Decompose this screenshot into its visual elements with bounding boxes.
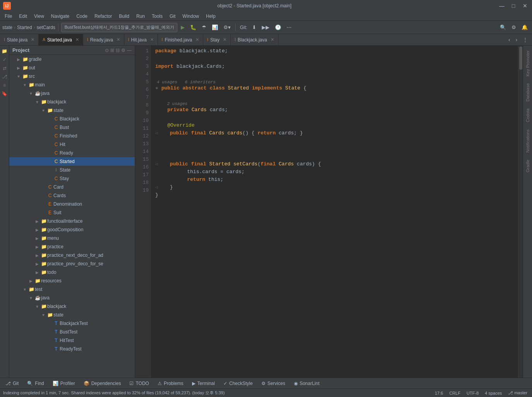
panel-expand-btn[interactable]: ⊞ [110,48,114,53]
debug-button[interactable]: 🐛 [188,22,198,33]
tree-item-src[interactable]: ▼ 📁 src [9,72,135,81]
tree-item-java-test[interactable]: ▼ ☕ java [9,294,135,302]
tree-item-practice-prev[interactable]: ▶ 📁 practice_prev_deco_for_se [9,260,135,268]
panel-collapse-btn[interactable]: ⊟ [116,48,120,53]
panel-gear-btn[interactable]: ⚙ [121,48,125,53]
status-line-ending[interactable]: CRLF [448,391,462,395]
sidebar-icon-git[interactable]: ⎇ [1,73,9,81]
tab-finished-java[interactable]: I Finished.java ✕ [158,34,204,46]
settings-button[interactable]: ⚙ [510,22,518,33]
tab-close-finished[interactable]: ✕ [196,37,199,42]
sidebar-icon-structure[interactable]: ≡ [1,81,9,89]
tab-more[interactable]: ⋮ [521,35,530,45]
tree-item-blackjacktest[interactable]: T BlackjackTest [9,319,135,328]
tab-blackjack-java[interactable]: I Blackjack.java ✕ [231,34,278,46]
more-run-button[interactable]: ⚙▾ [221,22,233,33]
tab-close-started[interactable]: ✕ [76,37,79,42]
tab-close-stay[interactable]: ✕ [223,37,227,42]
tree-item-todo[interactable]: ▶ 📁 todo [9,268,135,277]
breadcrumb-state[interactable]: state [2,25,12,30]
menu-window[interactable]: Window [179,13,202,20]
tree-item-gradle[interactable]: ▶ 📁 gradle [9,55,135,64]
tree-item-functionalinterface[interactable]: ▶ 📁 functioalInterface [9,217,135,225]
bottom-tab-git[interactable]: ⎇ Git [2,379,22,388]
bottom-tab-profiler[interactable]: 📊 Profiler [49,379,79,388]
tree-item-blackjack-class[interactable]: C Blackjack [9,115,135,123]
tab-stay[interactable]: I Stay ✕ [203,34,231,46]
tree-item-hittest[interactable]: T HitTest [9,336,135,345]
git-pull-button[interactable]: ⬇ [250,22,258,33]
menu-file[interactable]: File [2,13,15,20]
git-history-button[interactable]: 🕐 [273,22,283,33]
git-more-button[interactable]: ⋯ [285,22,293,33]
tree-item-stay[interactable]: C Stay [9,174,135,183]
git-push-button[interactable]: ▶▶ [260,22,271,33]
tab-hit-java[interactable]: I Hit.java ✕ [124,34,158,46]
menu-build[interactable]: Build [116,13,132,20]
menu-git[interactable]: Git [166,13,178,20]
menu-view[interactable]: View [31,13,47,20]
status-branch[interactable]: ⎇ master [506,390,529,395]
sidebar-panel-notifications[interactable]: Notifications [524,126,531,156]
tab-close-ready[interactable]: ✕ [117,37,120,42]
panel-locate-btn[interactable]: ⊙ [105,48,109,53]
tab-state-java[interactable]: I State.java ✕ [0,34,39,46]
menu-refactor[interactable]: Refactor [91,13,115,20]
notifications-button[interactable]: 🔔 [520,22,530,33]
bottom-tab-services[interactable]: ⚙ Services [257,379,289,388]
tab-scroll-left[interactable]: ‹ [506,35,512,45]
scrollbar-thumb[interactable] [519,46,522,70]
sidebar-icon-project[interactable]: 📁 [1,47,9,55]
tree-item-goodcomposition[interactable]: ▶ 📁 goodComposition [9,225,135,234]
tree-item-state-iface[interactable]: I State [9,166,135,174]
sidebar-panel-key-promoter[interactable]: Key Promoter [524,47,531,79]
tab-close-state[interactable]: ✕ [31,37,34,42]
sidebar-icon-pullrequest[interactable]: ⇄ [1,64,9,72]
maximize-button[interactable]: □ [510,3,517,9]
bottom-tab-sonarlint[interactable]: ◉ SonarLint [290,379,323,388]
tree-item-practice-next[interactable]: ▶ 📁 practice_next_deco_for_ad [9,251,135,260]
tree-item-readytest[interactable]: T ReadyTest [9,345,135,353]
minimize-button[interactable]: — [498,3,506,9]
status-encoding[interactable]: UTF-8 [465,391,480,395]
menu-navigate[interactable]: Navigate [48,13,72,20]
bottom-tab-dependencies[interactable]: 📦 Dependencies [80,379,125,388]
status-indent[interactable]: 4 spaces [483,391,503,395]
tree-item-suit[interactable]: E Suit [9,208,135,217]
tree-item-started[interactable]: C Started [9,157,135,166]
tree-item-finished[interactable]: C Finished [9,132,135,140]
bottom-tab-find[interactable]: 🔍 Find [23,379,48,388]
code-area[interactable]: package blackjack.state; import blackjac… [151,46,518,378]
sidebar-panel-database[interactable]: Database [524,80,531,105]
menu-code[interactable]: Code [73,13,91,20]
menu-edit[interactable]: Edit [16,13,30,20]
tree-item-state[interactable]: ▼ 📁 state [9,106,135,115]
menu-tools[interactable]: Tools [149,13,166,20]
tree-item-resources[interactable]: ▶ 📁 resources [9,277,135,285]
bottom-tab-checkstyle[interactable]: ✓ CheckStyle [220,379,257,388]
menu-help[interactable]: Help [203,13,219,20]
breadcrumb-setcards[interactable]: setCards [37,25,55,30]
editor-scrollbar[interactable] [518,46,523,378]
tree-item-denomination[interactable]: E Denomination [9,200,135,208]
panel-close-btn[interactable]: — [127,48,132,53]
tree-item-menu[interactable]: ▶ 📁 menu [9,234,135,242]
tree-item-state-test[interactable]: ▼ 📁 state [9,311,135,319]
bottom-tab-todo[interactable]: ☑ TODO [125,379,153,388]
close-button[interactable]: ✕ [521,3,529,9]
tree-item-card[interactable]: C Card [9,183,135,191]
tab-ready-java[interactable]: I Ready.java ✕ [83,34,124,46]
tree-item-hit[interactable]: C Hit [9,140,135,149]
tree-item-cards[interactable]: C Cards [9,191,135,200]
tree-item-busttest[interactable]: T BustTest [9,328,135,336]
tree-item-bust[interactable]: C Bust [9,123,135,132]
bottom-tab-problems[interactable]: ⚠ Problems [154,379,187,388]
sidebar-panel-codota[interactable]: Codota [524,105,531,125]
sidebar-panel-gradle[interactable]: Gradle [524,156,531,175]
tree-item-practice[interactable]: ▶ 📁 practice [9,242,135,251]
search-everywhere-button[interactable]: 🔍 [498,22,508,33]
tab-started-java[interactable]: A Started.java ✕ [39,34,83,46]
tab-close-blackjack[interactable]: ✕ [271,37,274,42]
sidebar-icon-commit[interactable]: ✓ [1,56,9,64]
tab-scroll-right[interactable]: › [514,35,519,45]
